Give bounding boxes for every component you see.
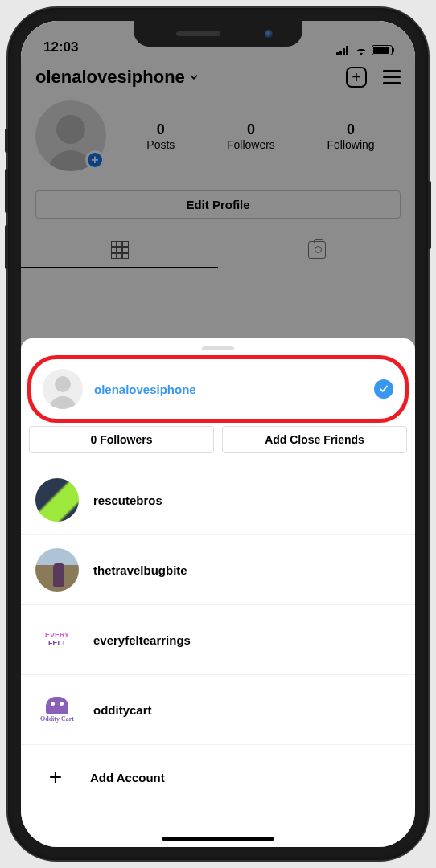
front-camera bbox=[265, 30, 273, 38]
plus-icon: + bbox=[43, 764, 68, 790]
screen: 12:03 olenalovesiphone + bbox=[21, 21, 415, 847]
phone-frame: 12:03 olenalovesiphone + bbox=[8, 8, 428, 860]
followers-quick-button[interactable]: 0 Followers bbox=[29, 426, 214, 453]
notch bbox=[134, 21, 302, 47]
mute-switch bbox=[5, 129, 8, 153]
account-avatar bbox=[43, 369, 83, 409]
selected-account-row[interactable]: olenalovesiphone bbox=[27, 355, 409, 423]
account-row-rescutebros[interactable]: rescutebros bbox=[21, 465, 415, 535]
account-username: rescutebros bbox=[93, 493, 162, 507]
account-avatar bbox=[35, 548, 79, 592]
home-indicator[interactable] bbox=[162, 837, 274, 841]
account-username: thetravelbugbite bbox=[93, 563, 187, 577]
account-username: everyfeltearrings bbox=[93, 633, 191, 647]
sheet-drag-handle[interactable] bbox=[202, 346, 234, 350]
account-avatar bbox=[35, 478, 79, 522]
selected-account-name: olenalovesiphone bbox=[94, 383, 363, 396]
close-friends-quick-button[interactable]: Add Close Friends bbox=[222, 426, 407, 453]
selected-check-icon bbox=[374, 379, 393, 399]
account-username: odditycart bbox=[93, 703, 152, 717]
speaker bbox=[176, 31, 220, 36]
account-avatar: EVERYFELT bbox=[35, 618, 79, 661]
add-account-button[interactable]: + Add Account bbox=[21, 745, 415, 809]
volume-down-button bbox=[5, 225, 8, 269]
account-avatar: Oddity Cart bbox=[35, 688, 79, 731]
add-account-label: Add Account bbox=[90, 771, 165, 784]
account-row-everyfeltearrings[interactable]: EVERYFELT everyfeltearrings bbox=[21, 605, 415, 675]
account-row-odditycart[interactable]: Oddity Cart odditycart bbox=[21, 675, 415, 745]
account-switcher-sheet: olenalovesiphone 0 Followers Add Close F… bbox=[21, 338, 415, 847]
side-button bbox=[428, 181, 431, 249]
quick-actions-row: 0 Followers Add Close Friends bbox=[21, 423, 415, 465]
volume-up-button bbox=[5, 169, 8, 213]
account-row-thetravelbugbite[interactable]: thetravelbugbite bbox=[21, 535, 415, 605]
account-list: rescutebros thetravelbugbite EVERYFELT e… bbox=[21, 465, 415, 745]
